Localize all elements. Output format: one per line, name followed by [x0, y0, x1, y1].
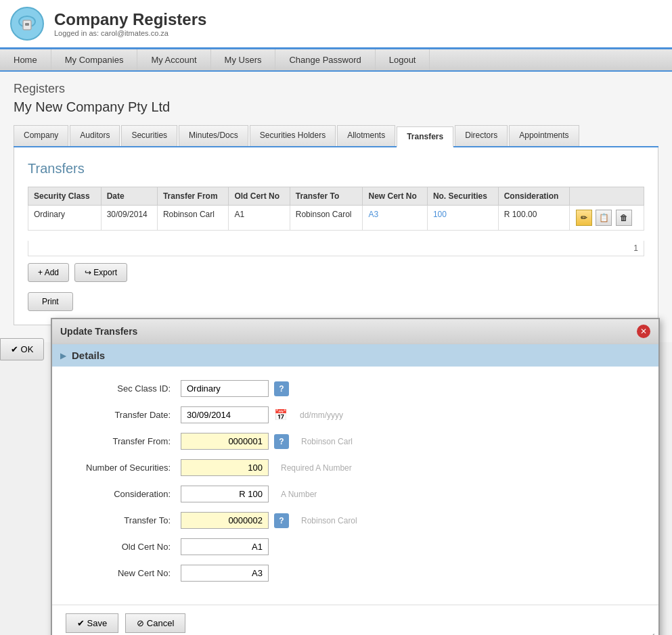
- modal-close-button[interactable]: ✕: [637, 325, 650, 338]
- col-consideration: Consideration: [498, 187, 569, 206]
- logged-in-label: Logged in as: carol@itmates.co.za: [54, 29, 206, 37]
- tab-allotments[interactable]: Allotments: [337, 125, 395, 146]
- tab-securities[interactable]: Securities: [121, 125, 177, 146]
- nav-my-account[interactable]: My Account: [137, 49, 210, 70]
- cell-row-actions: ✏ 📋 🗑: [570, 206, 644, 231]
- tab-company[interactable]: Company: [14, 125, 68, 146]
- col-actions: [570, 187, 644, 206]
- app-title: Company Registers: [54, 10, 206, 29]
- delete-row-button[interactable]: 🗑: [616, 210, 632, 226]
- transfers-section-title: Transfers: [28, 161, 644, 177]
- app-logo: [10, 7, 44, 41]
- nav-bar: Home My Companies My Account My Users Ch…: [0, 49, 672, 72]
- nav-change-password[interactable]: Change Password: [275, 49, 375, 70]
- svg-rect-2: [25, 23, 29, 26]
- cell-date: 30/09/2014: [101, 206, 157, 231]
- tab-bar: Company Auditors Securities Minutes/Docs…: [14, 125, 658, 147]
- col-new-cert-no: New Cert No: [363, 187, 427, 206]
- cell-security-class: Ordinary: [28, 206, 102, 231]
- copy-row-button[interactable]: 📋: [596, 210, 612, 226]
- add-button[interactable]: + Add: [28, 263, 69, 282]
- nav-home[interactable]: Home: [0, 49, 51, 70]
- cell-transfer-to: Robinson Carol: [290, 206, 363, 231]
- col-no-securities: No. Securities: [427, 187, 498, 206]
- modal-header: Update Transfers ✕: [52, 319, 658, 342]
- nav-my-companies[interactable]: My Companies: [51, 49, 138, 70]
- cell-old-cert-no: A1: [229, 206, 290, 231]
- transfers-table: Security Class Date Transfer From Old Ce…: [28, 187, 644, 231]
- tab-securities-holders[interactable]: Securities Holders: [250, 125, 336, 146]
- transfers-tab-content: Transfers Security Class Date Transfer F…: [14, 147, 658, 325]
- ok-button[interactable]: ✔ OK: [0, 338, 44, 342]
- export-button[interactable]: ↪ Export: [74, 263, 127, 282]
- cell-new-cert-no: A3: [363, 206, 427, 231]
- col-transfer-from: Transfer From: [157, 187, 229, 206]
- nav-logout[interactable]: Logout: [376, 49, 430, 70]
- col-transfer-to: Transfer To: [290, 187, 363, 206]
- tab-minutes-docs[interactable]: Minutes/Docs: [179, 125, 248, 146]
- table-actions: + Add ↪ Export: [28, 263, 644, 282]
- nav-my-users[interactable]: My Users: [211, 49, 276, 70]
- app-header: Company Registers Logged in as: carol@it…: [0, 0, 672, 49]
- table-row: Ordinary 30/09/2014 Robinson Carl A1 Rob…: [28, 206, 644, 231]
- col-old-cert-no: Old Cert No: [229, 187, 290, 206]
- update-transfers-modal: Update Transfers ✕ ▶ Details Sec Class I…: [51, 318, 660, 342]
- table-row-count: 1: [28, 241, 644, 256]
- tab-auditors[interactable]: Auditors: [70, 125, 120, 146]
- page-breadcrumb: Registers: [14, 82, 658, 96]
- cell-transfer-from: Robinson Carl: [157, 206, 229, 231]
- modal-title: Update Transfers: [60, 326, 137, 337]
- main-content: Registers My New Company Pty Ltd Company…: [0, 72, 672, 342]
- cell-consideration: R 100.00: [498, 206, 569, 231]
- tab-directors[interactable]: Directors: [455, 125, 508, 146]
- print-button[interactable]: Print: [28, 292, 73, 311]
- cell-no-securities: 100: [427, 206, 498, 231]
- company-name: My New Company Pty Ltd: [14, 99, 658, 115]
- tab-appointments[interactable]: Appointments: [509, 125, 579, 146]
- tab-transfers[interactable]: Transfers: [397, 126, 453, 147]
- edit-row-button[interactable]: ✏: [576, 210, 592, 226]
- col-security-class: Security Class: [28, 187, 102, 206]
- col-date: Date: [101, 187, 157, 206]
